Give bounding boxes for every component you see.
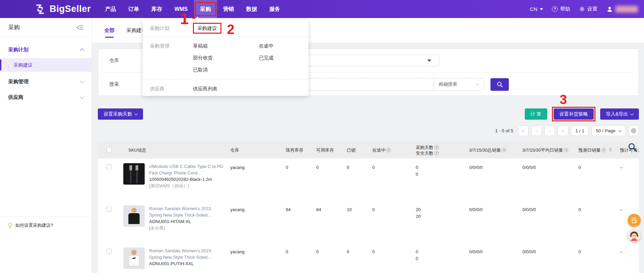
lightbulb-icon bbox=[7, 223, 13, 228]
cell-warehouse: yacang bbox=[223, 243, 279, 273]
import-export-button[interactable]: 导入&导出 bbox=[600, 108, 639, 120]
table-row: Roman Sandals Women's 2023 Spring New St… bbox=[98, 201, 639, 243]
col-warehouse: 仓库 bbox=[223, 147, 279, 153]
search-mode-label: 精确搜索 bbox=[439, 81, 457, 87]
product-title[interactable]: cfMcdodo USB C Cable Type C to PD Fast C… bbox=[149, 163, 223, 176]
sidebar-group-purchase-plan[interactable]: 采购计划 bbox=[0, 42, 92, 57]
settings-label: 设置 bbox=[587, 6, 597, 12]
info-icon[interactable]: ? bbox=[502, 148, 506, 152]
info-icon[interactable]: ? bbox=[564, 148, 568, 152]
nav-item-orders[interactable]: 订单 bbox=[122, 0, 145, 18]
col-purchase-safety-days: 采购天数? 安全天数? bbox=[409, 144, 462, 156]
customer-service-avatar[interactable] bbox=[628, 229, 641, 242]
cell-forecast: 0 bbox=[572, 243, 613, 273]
chevron-down-icon bbox=[540, 8, 543, 10]
pagination: 1 - 5 of 5 « ‹ › » 1 / 1 50 / Page bbox=[495, 125, 639, 136]
set-purchase-days-label: 设置采购天数 bbox=[104, 111, 132, 117]
search-mode-select[interactable]: 精确搜索 bbox=[434, 78, 484, 91]
product-title[interactable]: Roman Sandals Women's 2023 Spring New St… bbox=[149, 205, 223, 218]
col-locked: 已锁 bbox=[340, 147, 365, 153]
col-stock: 现有库存 bbox=[279, 147, 309, 153]
menu-item-purchase-suggestion[interactable]: 采购建议 bbox=[193, 23, 221, 34]
nav-item-data[interactable]: 数据 bbox=[240, 0, 263, 18]
search-button[interactable] bbox=[490, 78, 509, 91]
tab-all[interactable]: 全部 bbox=[104, 18, 114, 42]
calculate-button[interactable]: 计 算 bbox=[525, 108, 547, 120]
set-purchase-days-button[interactable]: 设置采购天数 bbox=[98, 108, 143, 120]
sidebar-group-purchase-management[interactable]: 采购管理 bbox=[0, 74, 92, 89]
nav-item-inventory[interactable]: 库存 bbox=[145, 0, 168, 18]
settings-button[interactable]: 设置 bbox=[579, 6, 597, 12]
product-image-usb-cable[interactable] bbox=[123, 163, 145, 185]
feedback-form-icon bbox=[631, 217, 638, 224]
row-checkbox[interactable] bbox=[106, 249, 112, 254]
user-icon bbox=[606, 6, 613, 13]
cell-sellable: -- bbox=[613, 158, 639, 201]
select-all-checkbox[interactable] bbox=[106, 147, 112, 152]
row-checkbox[interactable] bbox=[106, 164, 112, 170]
warehouse-filter-label: 仓库 bbox=[98, 57, 136, 64]
prev-page-button[interactable]: ‹ bbox=[531, 125, 542, 136]
account-menu[interactable] bbox=[606, 6, 638, 13]
language-label: CN bbox=[530, 6, 537, 12]
sidebar-group-suppliers[interactable]: 供应商 bbox=[0, 89, 92, 105]
product-image-white-tshirt[interactable] bbox=[123, 248, 145, 269]
menu-item-cancelled[interactable]: 已取消 bbox=[193, 64, 259, 76]
menu-item-in-transit[interactable]: 在途中 bbox=[259, 40, 325, 52]
cell-days: 00 bbox=[409, 243, 462, 273]
page-size-select[interactable]: 50 / Page bbox=[591, 125, 626, 136]
column-settings-button[interactable] bbox=[628, 125, 639, 136]
purchase-mega-menu: 采购计划 采购建议 采购管理 草稿箱 部分收货 已取消 在途中 已完成 供应商 … bbox=[143, 20, 308, 96]
calculate-label: 计 算 bbox=[531, 111, 541, 117]
sidebar-header: 采购 bbox=[0, 18, 92, 37]
menu-item-completed[interactable]: 已完成 bbox=[259, 52, 325, 64]
nav-item-purchase[interactable]: 采购 bbox=[194, 0, 217, 18]
product-image-black-tshirt[interactable] bbox=[123, 205, 145, 227]
cell-transit: 0 bbox=[365, 243, 409, 273]
sidebar-item-purchase-suggestion[interactable]: 采购建议 bbox=[0, 58, 92, 72]
main-menu: 产品 订单 库存 WMS 采购 营销 数据 服务 bbox=[99, 0, 286, 18]
collapse-sidebar-icon[interactable] bbox=[77, 24, 84, 31]
chevron-down-icon bbox=[476, 82, 479, 85]
first-page-button[interactable]: « bbox=[518, 125, 529, 136]
language-selector[interactable]: CN bbox=[530, 6, 543, 12]
info-icon[interactable]: ? bbox=[434, 151, 439, 155]
help-button[interactable]: ? 帮助 bbox=[552, 6, 570, 12]
table-search-button[interactable] bbox=[627, 142, 638, 154]
nav-item-services[interactable]: 服务 bbox=[263, 0, 286, 18]
row-checkbox[interactable] bbox=[106, 206, 112, 212]
annotation-box-purchase bbox=[195, 2, 216, 16]
menu-item-drafts[interactable]: 草稿箱 bbox=[193, 40, 259, 52]
select-caret-icon bbox=[427, 59, 431, 62]
info-icon[interactable]: ? bbox=[602, 148, 606, 152]
nav-item-marketing[interactable]: 营销 bbox=[217, 0, 240, 18]
info-icon[interactable]: ? bbox=[387, 148, 391, 152]
menu-item-supplier-list[interactable]: 供应商列表 bbox=[193, 86, 218, 91]
nav-item-products[interactable]: 产品 bbox=[99, 0, 122, 18]
info-icon[interactable]: ? bbox=[434, 145, 439, 150]
product-sku: 1005004925020282-Black-1.2m bbox=[149, 177, 223, 182]
cell-available: 0 bbox=[309, 243, 340, 273]
menu-item-partially-received[interactable]: 部分收货 bbox=[193, 52, 259, 64]
col-total-sales: 3/7/15/30总销量? bbox=[462, 147, 516, 153]
next-page-button[interactable]: › bbox=[544, 125, 555, 136]
bigseller-logo[interactable]: BigSeller bbox=[34, 3, 91, 15]
sidebar-help-link[interactable]: 如何设置采购建议? bbox=[0, 217, 92, 234]
product-title[interactable]: Roman Sandals Women's 2023 Spring New St… bbox=[149, 248, 223, 260]
cell-locked: 10 bbox=[340, 201, 365, 243]
chevron-up-icon bbox=[80, 48, 84, 53]
cell-days: 2020 bbox=[409, 201, 462, 243]
col-in-transit: 在途中? bbox=[365, 147, 409, 153]
product-table: SKU信息 仓库 现有库存 可用库存 已锁 在途中? 采购天数? 安全天数? 3… bbox=[98, 142, 639, 273]
chevron-down-icon bbox=[80, 95, 84, 99]
cell-avg-sales: 0/0/0/0 bbox=[516, 158, 572, 201]
col-forecast-daily-sales: 预测日销量? bbox=[572, 147, 613, 153]
chevron-down-icon bbox=[80, 79, 84, 83]
sidebar: 采购 采购计划 采购建议 采购管理 供应商 如何设置采购建议? bbox=[0, 18, 92, 273]
cell-transit: 0 bbox=[365, 158, 409, 201]
sort-icon[interactable] bbox=[609, 148, 612, 152]
cell-forecast: 0 bbox=[572, 201, 613, 243]
feedback-button[interactable] bbox=[628, 214, 641, 227]
annotation-box-strategy bbox=[552, 107, 595, 121]
last-page-button[interactable]: » bbox=[558, 125, 568, 136]
